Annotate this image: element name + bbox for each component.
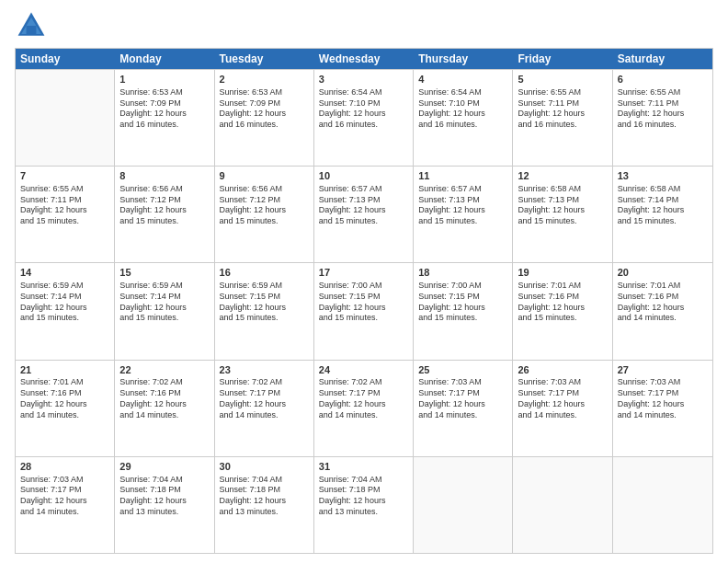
calendar-cell: 19Sunrise: 7:01 AMSunset: 7:16 PMDayligh…	[513, 263, 612, 359]
day-number: 12	[518, 169, 607, 183]
calendar-row-3: 21Sunrise: 7:01 AMSunset: 7:16 PMDayligh…	[16, 360, 712, 456]
cell-info: Sunrise: 6:59 AMSunset: 7:14 PMDaylight:…	[119, 281, 209, 324]
calendar-row-4: 28Sunrise: 7:03 AMSunset: 7:17 PMDayligh…	[16, 456, 712, 553]
day-number: 7	[20, 169, 109, 183]
day-number: 5	[518, 73, 607, 86]
day-number: 15	[119, 266, 209, 280]
logo-icon	[15, 9, 48, 42]
cell-info: Sunrise: 7:03 AMSunset: 7:17 PMDaylight:…	[418, 377, 507, 420]
calendar-cell: 13Sunrise: 6:58 AMSunset: 7:14 PMDayligh…	[613, 167, 712, 262]
cell-info: Sunrise: 6:58 AMSunset: 7:13 PMDaylight:…	[518, 184, 607, 227]
day-number: 1	[119, 73, 209, 86]
cell-info: Sunrise: 7:03 AMSunset: 7:17 PMDaylight:…	[518, 377, 607, 420]
cell-info: Sunrise: 6:57 AMSunset: 7:13 PMDaylight:…	[418, 184, 507, 227]
day-number: 14	[20, 266, 109, 280]
day-number: 21	[20, 363, 109, 377]
cell-info: Sunrise: 6:59 AMSunset: 7:14 PMDaylight:…	[20, 281, 109, 324]
calendar-cell: 1Sunrise: 6:53 AMSunset: 7:09 PMDaylight…	[115, 70, 214, 166]
day-number: 24	[319, 363, 408, 377]
cell-info: Sunrise: 7:00 AMSunset: 7:15 PMDaylight:…	[418, 281, 507, 324]
day-number: 29	[119, 460, 209, 474]
calendar-cell: 14Sunrise: 6:59 AMSunset: 7:14 PMDayligh…	[16, 263, 115, 359]
calendar-cell: 21Sunrise: 7:01 AMSunset: 7:16 PMDayligh…	[16, 361, 115, 456]
cell-info: Sunrise: 7:04 AMSunset: 7:18 PMDaylight:…	[319, 475, 408, 518]
cell-info: Sunrise: 6:55 AMSunset: 7:11 PMDaylight:…	[20, 184, 109, 227]
cell-info: Sunrise: 6:56 AMSunset: 7:12 PMDaylight:…	[119, 184, 209, 227]
calendar-cell: 20Sunrise: 7:01 AMSunset: 7:16 PMDayligh…	[613, 263, 712, 359]
day-number: 8	[119, 169, 209, 183]
cell-info: Sunrise: 7:03 AMSunset: 7:17 PMDaylight:…	[20, 475, 109, 518]
calendar-cell: 26Sunrise: 7:03 AMSunset: 7:17 PMDayligh…	[513, 361, 612, 456]
page: SundayMondayTuesdayWednesdayThursdayFrid…	[0, 0, 728, 563]
day-number: 2	[220, 73, 309, 86]
day-number: 16	[220, 266, 309, 280]
calendar-cell: 15Sunrise: 6:59 AMSunset: 7:14 PMDayligh…	[115, 263, 214, 359]
calendar-cell: 12Sunrise: 6:58 AMSunset: 7:13 PMDayligh…	[513, 167, 612, 262]
day-number: 20	[618, 266, 708, 280]
cell-info: Sunrise: 6:55 AMSunset: 7:11 PMDaylight:…	[518, 87, 607, 131]
day-number: 3	[319, 73, 408, 86]
header-day-monday: Monday	[115, 49, 214, 69]
calendar-cell: 27Sunrise: 7:03 AMSunset: 7:17 PMDayligh…	[613, 361, 712, 456]
calendar-cell: 31Sunrise: 7:04 AMSunset: 7:18 PMDayligh…	[314, 457, 414, 553]
cell-info: Sunrise: 6:59 AMSunset: 7:15 PMDaylight:…	[220, 281, 309, 324]
calendar-cell: 24Sunrise: 7:02 AMSunset: 7:17 PMDayligh…	[314, 361, 414, 456]
calendar-cell: 5Sunrise: 6:55 AMSunset: 7:11 PMDaylight…	[513, 70, 612, 166]
logo	[15, 9, 51, 42]
calendar-cell: 23Sunrise: 7:02 AMSunset: 7:17 PMDayligh…	[215, 361, 314, 456]
cell-info: Sunrise: 7:01 AMSunset: 7:16 PMDaylight:…	[618, 281, 708, 324]
day-number: 10	[319, 169, 408, 183]
header-day-friday: Friday	[513, 49, 612, 69]
cell-info: Sunrise: 6:54 AMSunset: 7:10 PMDaylight:…	[418, 87, 507, 131]
day-number: 18	[418, 266, 507, 280]
calendar-cell	[16, 70, 115, 166]
cell-info: Sunrise: 6:58 AMSunset: 7:14 PMDaylight:…	[618, 184, 708, 227]
calendar-cell: 30Sunrise: 7:04 AMSunset: 7:18 PMDayligh…	[215, 457, 314, 553]
cell-info: Sunrise: 7:04 AMSunset: 7:18 PMDaylight:…	[119, 475, 209, 518]
calendar-cell: 6Sunrise: 6:55 AMSunset: 7:11 PMDaylight…	[613, 70, 712, 166]
day-number: 17	[319, 266, 408, 280]
calendar-cell: 28Sunrise: 7:03 AMSunset: 7:17 PMDayligh…	[16, 457, 115, 553]
header	[15, 9, 713, 42]
calendar-cell: 2Sunrise: 6:53 AMSunset: 7:09 PMDaylight…	[215, 70, 314, 166]
calendar-header: SundayMondayTuesdayWednesdayThursdayFrid…	[16, 49, 712, 69]
cell-info: Sunrise: 7:01 AMSunset: 7:16 PMDaylight:…	[518, 281, 607, 324]
calendar-cell: 10Sunrise: 6:57 AMSunset: 7:13 PMDayligh…	[314, 167, 414, 262]
calendar-cell: 17Sunrise: 7:00 AMSunset: 7:15 PMDayligh…	[314, 263, 414, 359]
calendar-cell: 7Sunrise: 6:55 AMSunset: 7:11 PMDaylight…	[16, 167, 115, 262]
header-day-thursday: Thursday	[414, 49, 513, 69]
day-number: 11	[418, 169, 507, 183]
cell-info: Sunrise: 6:53 AMSunset: 7:09 PMDaylight:…	[220, 87, 309, 131]
day-number: 9	[220, 169, 309, 183]
day-number: 22	[119, 363, 209, 377]
day-number: 27	[618, 363, 708, 377]
cell-info: Sunrise: 7:02 AMSunset: 7:17 PMDaylight:…	[220, 377, 309, 420]
day-number: 31	[319, 460, 408, 474]
header-day-tuesday: Tuesday	[215, 49, 314, 69]
cell-info: Sunrise: 6:57 AMSunset: 7:13 PMDaylight:…	[319, 184, 408, 227]
cell-info: Sunrise: 6:55 AMSunset: 7:11 PMDaylight:…	[618, 87, 708, 131]
calendar-cell: 4Sunrise: 6:54 AMSunset: 7:10 PMDaylight…	[414, 70, 513, 166]
svg-rect-2	[27, 26, 37, 34]
cell-info: Sunrise: 7:01 AMSunset: 7:16 PMDaylight:…	[20, 377, 109, 420]
calendar-cell: 3Sunrise: 6:54 AMSunset: 7:10 PMDaylight…	[314, 70, 414, 166]
day-number: 30	[220, 460, 309, 474]
cell-info: Sunrise: 6:56 AMSunset: 7:12 PMDaylight:…	[220, 184, 309, 227]
calendar-cell	[513, 457, 612, 553]
calendar-row-1: 7Sunrise: 6:55 AMSunset: 7:11 PMDaylight…	[16, 166, 712, 262]
calendar: SundayMondayTuesdayWednesdayThursdayFrid…	[15, 48, 713, 554]
cell-info: Sunrise: 7:03 AMSunset: 7:17 PMDaylight:…	[618, 377, 708, 420]
calendar-cell: 16Sunrise: 6:59 AMSunset: 7:15 PMDayligh…	[215, 263, 314, 359]
cell-info: Sunrise: 7:02 AMSunset: 7:17 PMDaylight:…	[319, 377, 408, 420]
day-number: 25	[418, 363, 507, 377]
calendar-cell: 8Sunrise: 6:56 AMSunset: 7:12 PMDaylight…	[115, 167, 214, 262]
day-number: 4	[418, 73, 507, 86]
day-number: 6	[618, 73, 708, 86]
calendar-row-2: 14Sunrise: 6:59 AMSunset: 7:14 PMDayligh…	[16, 262, 712, 359]
header-day-sunday: Sunday	[16, 49, 115, 69]
header-day-saturday: Saturday	[613, 49, 712, 69]
calendar-cell	[613, 457, 712, 553]
calendar-body: 1Sunrise: 6:53 AMSunset: 7:09 PMDaylight…	[16, 69, 712, 553]
day-number: 19	[518, 266, 607, 280]
calendar-row-0: 1Sunrise: 6:53 AMSunset: 7:09 PMDaylight…	[16, 69, 712, 166]
